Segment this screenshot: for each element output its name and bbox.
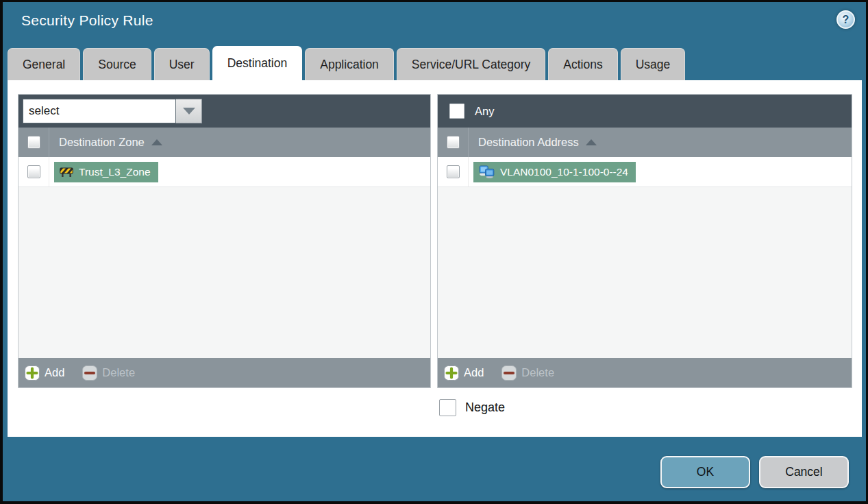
chevron-down-icon: [183, 108, 195, 115]
delete-minus-icon: [501, 365, 517, 381]
tab-actions[interactable]: Actions: [548, 48, 617, 80]
zone-row[interactable]: Trust_L3_Zone: [18, 157, 430, 187]
zone-select-dropdown[interactable]: select: [23, 99, 202, 123]
zone-select-value[interactable]: select: [23, 99, 176, 123]
zone-select-all-checkbox[interactable]: [27, 136, 40, 149]
zone-barrier-icon: [60, 166, 73, 178]
tab-usage-label: Usage: [636, 58, 671, 72]
tab-destination[interactable]: Destination: [212, 46, 303, 80]
zone-row-checkbox-cell: [18, 157, 49, 187]
tab-service-url-category-label: Service/URL Category: [412, 58, 530, 72]
zone-column-header-label[interactable]: Destination Zone: [59, 136, 145, 149]
security-policy-rule-dialog: Security Policy Rule ? General Source Us…: [3, 2, 866, 501]
destination-zone-panel: select Destination Zone: [18, 94, 431, 388]
negate-checkbox-group: Negate: [439, 399, 505, 416]
delete-minus-icon: [82, 365, 97, 381]
zone-add-button[interactable]: Add: [25, 365, 64, 381]
any-label: Any: [475, 105, 494, 118]
zone-column-header-row: Destination Zone: [18, 128, 430, 157]
zone-chip[interactable]: Trust_L3_Zone: [54, 162, 158, 182]
address-header-checkbox-cell: [438, 128, 469, 157]
zone-select-button[interactable]: [176, 99, 202, 123]
sort-ascending-icon[interactable]: [586, 139, 597, 145]
zone-panel-toolbar: select: [18, 95, 430, 128]
screenshot-frame: Security Policy Rule ? General Source Us…: [0, 0, 868, 504]
help-icon[interactable]: ?: [836, 10, 855, 29]
zone-add-label: Add: [45, 366, 64, 379]
address-chip[interactable]: VLAN0100_10-1-100-0--24: [473, 162, 636, 182]
address-list: VLAN0100_10-1-100-0--24: [438, 157, 852, 358]
destination-tab-content: select Destination Zone: [8, 80, 862, 437]
destination-address-panel: Any Destination Address: [437, 94, 852, 388]
address-chip-label: VLAN0100_10-1-100-0--24: [500, 166, 628, 178]
zone-delete-label: Delete: [102, 366, 135, 379]
address-add-label: Add: [464, 366, 484, 379]
address-panel-footer: Add Delete: [438, 358, 852, 387]
dialog-title: Security Policy Rule: [21, 12, 153, 29]
add-plus-icon: [444, 365, 459, 381]
add-plus-icon: [25, 365, 40, 381]
address-row[interactable]: VLAN0100_10-1-100-0--24: [438, 157, 852, 187]
tab-actions-label: Actions: [563, 58, 602, 72]
zone-delete-button[interactable]: Delete: [82, 365, 135, 381]
tab-general-label: General: [23, 58, 65, 72]
tab-source[interactable]: Source: [83, 48, 151, 80]
address-column-header-label[interactable]: Destination Address: [478, 136, 579, 149]
tab-service-url-category[interactable]: Service/URL Category: [397, 48, 545, 80]
address-select-all-checkbox[interactable]: [447, 136, 460, 149]
cancel-button[interactable]: Cancel: [759, 456, 849, 488]
tab-usage[interactable]: Usage: [621, 48, 686, 80]
zone-list: Trust_L3_Zone: [18, 157, 430, 358]
address-row-checkbox-cell: [438, 157, 469, 187]
any-checkbox-group: Any: [449, 104, 494, 119]
zone-chip-label: Trust_L3_Zone: [79, 166, 151, 178]
tab-source-label: Source: [98, 58, 136, 72]
network-address-icon: [479, 165, 495, 178]
address-column-header-row: Destination Address: [438, 128, 852, 157]
address-panel-toolbar: Any: [438, 95, 852, 128]
address-add-button[interactable]: Add: [444, 365, 484, 381]
zone-panel-footer: Add Delete: [18, 358, 430, 387]
negate-label: Negate: [465, 400, 505, 415]
tab-bar: General Source User Destination Applicat…: [8, 46, 861, 80]
tab-general[interactable]: General: [8, 48, 80, 80]
tab-destination-label: Destination: [227, 56, 288, 71]
sort-ascending-icon[interactable]: [151, 139, 162, 145]
ok-button[interactable]: OK: [660, 456, 750, 488]
address-delete-button[interactable]: Delete: [501, 365, 554, 381]
address-row-checkbox[interactable]: [447, 165, 460, 178]
address-delete-label: Delete: [521, 366, 554, 379]
tab-application-label: Application: [320, 58, 379, 72]
tab-application[interactable]: Application: [305, 48, 394, 80]
zone-row-checkbox[interactable]: [27, 165, 40, 178]
any-checkbox[interactable]: [449, 104, 464, 119]
tab-user-label: User: [169, 58, 195, 72]
tab-user[interactable]: User: [154, 48, 210, 80]
negate-checkbox[interactable]: [439, 399, 456, 416]
zone-header-checkbox-cell: [18, 128, 49, 157]
